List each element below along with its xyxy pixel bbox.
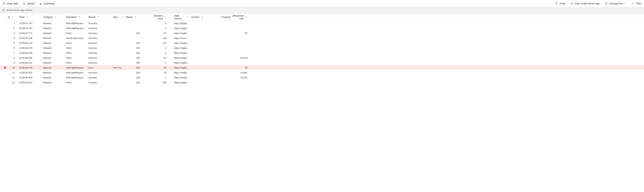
cell-time: 14:58:48.236 [19, 52, 43, 54]
table-row[interactable]: 514:58:48.233NetworkFetchSuccess200115ht… [0, 40, 644, 46]
col-header-duration[interactable]: Duration (ms) [150, 14, 168, 20]
cell-status: 404 [126, 66, 150, 69]
chevron-down-icon [164, 16, 166, 18]
cell-resp-size: 13,352 [232, 76, 250, 79]
cell-status: 200 [126, 62, 150, 64]
toolbar: Clear data Upload Download Invite Play [0, 0, 644, 7]
table-row[interactable]: 614:58:48.235NetworkFetchSuccess2004http… [0, 46, 644, 50]
cell-status: 200 [126, 42, 150, 44]
cell-time: 14:58:50.922 [19, 81, 43, 84]
svg-point-1 [632, 2, 634, 4]
col-header-id[interactable]: Id [8, 16, 19, 18]
chevron-down-icon [97, 16, 100, 18]
cell-id: 7 [8, 52, 19, 54]
cell-id: 13 [8, 81, 19, 84]
cell-id: 8 [8, 56, 19, 59]
cell-status: 200 [126, 76, 150, 79]
chevron-down-icon [54, 16, 57, 18]
cell-duration: 24 [150, 71, 168, 74]
cell-data-source: https://shellprod.… [168, 76, 191, 79]
info-icon [2, 9, 5, 12]
col-header-result[interactable]: Result [88, 16, 113, 18]
table-row[interactable]: 114:58:47.167NetworkXMLHttpRequestSucces… [0, 21, 644, 26]
cell-duration: 348 [150, 81, 168, 84]
cell-duration: 5 [150, 22, 168, 25]
col-header-time[interactable]: Time [19, 16, 43, 18]
cell-time: 14:58:48.324 [19, 62, 43, 64]
invite-button[interactable]: Invite [555, 2, 566, 6]
cell-operation: XMLHttpRequest [66, 22, 88, 25]
cell-id: 1 [8, 22, 19, 25]
cell-time: 14:58:48.453 [19, 71, 43, 74]
cell-time: 14:58:47.167 [19, 22, 43, 25]
col-label-category: Category [43, 16, 53, 18]
play-app-button[interactable]: Play model-driven app [570, 2, 600, 6]
table-row[interactable]: 714:58:48.236NetworkFetchSuccess2005http… [0, 50, 644, 55]
upload-label: Upload [27, 2, 35, 5]
table-row[interactable]: 214:58:47.167NetworkXMLHttpRequestSucces… [0, 26, 644, 31]
chevron-down-icon [201, 16, 203, 18]
upload-button[interactable]: Upload [22, 2, 36, 6]
col-header-property[interactable]: Property [221, 16, 232, 18]
table-row[interactable]: 414:58:48.106NetworkAssetLoad.ScriptSucc… [0, 36, 644, 40]
cell-id: 6 [8, 47, 19, 49]
filter-button[interactable]: Filter [631, 2, 642, 6]
cell-operation: Fetch [66, 52, 88, 54]
col-label-response-size: Response size [232, 14, 244, 20]
cell-operation: Fetch [66, 56, 88, 59]
close-icon [2, 2, 5, 5]
table-row[interactable]: 814:58:48.296NetworkFetchSuccess20092htt… [0, 55, 644, 60]
cell-category: Network [43, 81, 66, 84]
col-header-data-source[interactable]: Data source [168, 14, 191, 20]
cell-category: Network [43, 66, 66, 69]
download-button[interactable]: Download [38, 2, 55, 6]
chevron-down-icon [624, 2, 626, 5]
session-bar: Model-driven app session [0, 7, 644, 14]
cell-result: Success [88, 81, 113, 84]
col-header-reason[interactable]: Res... [113, 16, 126, 18]
cell-duration: 92 [150, 56, 168, 59]
cell-status: 200 [126, 81, 150, 84]
compact-list-button[interactable]: Compact list [604, 2, 627, 6]
chevron-down-icon [78, 16, 80, 18]
col-header-category[interactable]: Category [43, 16, 66, 18]
cell-category: Network [43, 22, 66, 25]
cell-duration: 2 [150, 76, 168, 79]
cell-result: Success [88, 56, 113, 59]
cell-operation: Fetch [66, 32, 88, 34]
grid-header: Id Time Category Operation Result Res...… [0, 14, 644, 21]
cell-data-source: https://orgbe1fed… [168, 56, 191, 59]
cell-category: Network [43, 56, 66, 59]
table-row[interactable]: 914:58:48.324NetworkFetchSuccess2004http… [0, 60, 644, 65]
cell-duration: 84 [150, 66, 168, 69]
chevron-down-icon [11, 16, 14, 18]
upload-icon [23, 2, 26, 5]
col-header-operation[interactable]: Operation [66, 16, 88, 18]
cell-result: Success [88, 47, 113, 49]
table-row[interactable]: 1014:58:48.378NetworkXMLHttpRequestError… [0, 65, 644, 70]
table-row[interactable]: 314:58:47.771NetworkFetchSuccess20087htt… [0, 31, 644, 36]
table-row[interactable]: 1314:58:50.922NetworkFetchSuccess200348h… [0, 80, 644, 85]
col-label-operation: Operation [66, 16, 77, 18]
cell-duration: 5 [150, 52, 168, 54]
play-icon [571, 2, 574, 5]
cell-duration: 4 [150, 47, 168, 49]
col-label-status: Status [126, 16, 133, 18]
cell-status: 200 [126, 56, 150, 59]
col-label-data-source: Data source [174, 14, 186, 20]
cell-result: Success [88, 62, 113, 64]
col-header-status[interactable]: Status [126, 16, 150, 18]
cell-category: Network [43, 42, 66, 44]
cell-reason: Not Fou… [113, 66, 126, 69]
cell-data-source: https://orgbe1fed… [168, 27, 191, 30]
cell-data-source: https://shellprod.… [168, 71, 191, 74]
invite-icon [555, 2, 558, 5]
cell-id: 5 [8, 42, 19, 44]
col-header-control[interactable]: Control [191, 16, 221, 18]
table-row[interactable]: 1114:58:48.453NetworkXMLHttpRequestSucce… [0, 70, 644, 75]
cell-duration: 87 [150, 32, 168, 34]
chevron-down-icon [121, 16, 124, 18]
table-row[interactable]: 1214:58:48.494NetworkXMLHttpRequestSucce… [0, 75, 644, 80]
clear-data-button[interactable]: Clear data [2, 2, 19, 6]
col-header-response-size[interactable]: Response size [232, 14, 250, 20]
